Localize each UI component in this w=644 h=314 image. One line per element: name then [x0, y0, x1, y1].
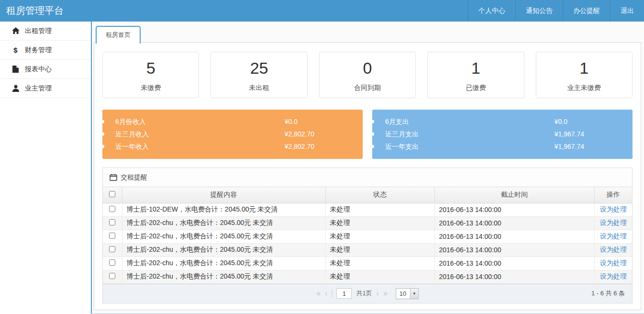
pager-controls: « ‹ 共1页 › » 10 ▼: [316, 288, 419, 299]
stat-card-paid: 1 已缴费: [427, 52, 524, 98]
bullet-dot: [371, 145, 374, 148]
tab-bar: 租房首页: [92, 22, 644, 42]
home-icon: [11, 27, 20, 34]
rent-reminder-panel: 交租提醒 提醒内容 状态 截止时间 操作: [102, 168, 633, 303]
cell-deadline: 2016-06-13 14:00:00: [434, 243, 594, 257]
set-processed-link[interactable]: 设为处理: [600, 232, 627, 240]
stat-label: 未缴费: [103, 84, 199, 92]
expense-value: ¥1,967.74: [555, 128, 584, 140]
expense-label: 近一年支出: [385, 143, 419, 150]
income-line-quarter: 近三月收入 ¥2,802.70: [102, 128, 363, 140]
row-checkbox[interactable]: [109, 233, 115, 239]
row-checkbox[interactable]: [109, 219, 115, 225]
select-all-checkbox[interactable]: [109, 191, 115, 197]
table-row: 博士后-102-DEW，水电费合计：2045.00元 未交清 未处理 2016-…: [103, 203, 632, 216]
menu-item-personal-center[interactable]: 个人中心: [468, 0, 515, 22]
stat-value: 5: [103, 58, 199, 78]
expense-line-month: 6月支出 ¥0.0: [372, 115, 633, 128]
row-checkbox[interactable]: [109, 206, 115, 212]
income-label: 6月份收入: [115, 118, 146, 125]
income-value: ¥0.0: [285, 115, 298, 128]
page-size-value: 10: [396, 289, 410, 299]
page-number-input[interactable]: [336, 288, 352, 299]
row-checkbox[interactable]: [109, 273, 115, 279]
sidebar-item-label: 报表中心: [25, 65, 52, 74]
stats-row: 5 未缴费 25 未出租 0 合同到期 1 已缴费: [102, 52, 633, 98]
income-value: ¥2,802.70: [285, 140, 314, 153]
set-processed-link[interactable]: 设为处理: [600, 219, 627, 226]
table-row: 博士后-202-chu，水电费合计：2045.00元 未交清 未处理 2016-…: [103, 230, 632, 243]
row-checkbox[interactable]: [109, 246, 115, 252]
cell-content: 博士后-202-chu，水电费合计：2045.00元 未交清: [122, 216, 325, 230]
cell-content: 博士后-102-DEW，水电费合计：2045.00元 未交清: [122, 203, 325, 216]
sidebar-item-label: 出租管理: [25, 27, 52, 35]
finance-row: 6月份收入 ¥0.0 近三月收入 ¥2,802.70 近一年收入 ¥2,802.…: [102, 110, 633, 159]
sidebar-item-label: 业主管理: [25, 84, 52, 93]
bullet-dot: [371, 133, 374, 136]
income-value: ¥2,802.70: [285, 128, 314, 140]
cell-status: 未处理: [325, 216, 434, 230]
calendar-icon: [110, 174, 117, 181]
user-icon: [11, 85, 20, 92]
content-panel: 5 未缴费 25 未出租 0 合同到期 1 已缴费: [94, 42, 641, 310]
app-title: 租房管理平台: [0, 0, 468, 22]
income-line-year: 近一年收入 ¥2,802.70: [102, 140, 363, 153]
column-header-status: 状态: [325, 187, 434, 203]
main-area: 租房首页 5 未缴费 25 未出租 0 合同到期: [91, 22, 644, 314]
set-processed-link[interactable]: 设为处理: [600, 272, 627, 280]
set-processed-link[interactable]: 设为处理: [600, 205, 627, 213]
cell-content: 博士后-202-chu，水电费合计：2045.00元 未交清: [122, 257, 325, 270]
cell-content: 博士后-202-chu，水电费合计：2045.00元 未交清: [122, 270, 325, 283]
sidebar-item-owner-management[interactable]: 业主管理: [0, 79, 91, 98]
table-row: 博士后-202-chu，水电费合计：2045.00元 未交清 未处理 2016-…: [103, 270, 632, 283]
cell-status: 未处理: [325, 203, 434, 216]
menu-item-office-reminders[interactable]: 办公提醒: [563, 0, 610, 22]
cell-status: 未处理: [325, 230, 434, 243]
cell-status: 未处理: [325, 270, 434, 283]
table-row: 博士后-202-chu，水电费合计：2045.00元 未交清 未处理 2016-…: [103, 216, 632, 230]
stat-label: 合同到期: [320, 84, 415, 92]
column-header-content: 提醒内容: [122, 187, 325, 203]
last-page-button[interactable]: »: [383, 290, 388, 297]
top-menu: 个人中心 通知公告 办公提醒 退出: [468, 0, 644, 22]
set-processed-link[interactable]: 设为处理: [600, 259, 627, 267]
first-page-button[interactable]: «: [316, 290, 321, 297]
panel-heading: 交租提醒: [103, 168, 632, 187]
page-size-select[interactable]: 10 ▼: [396, 288, 419, 299]
column-header-action: 操作: [594, 187, 632, 203]
stat-card-owner-unpaid: 1 业主未缴费: [536, 52, 633, 98]
income-line-month: 6月份收入 ¥0.0: [102, 115, 363, 128]
stat-value: 1: [536, 58, 632, 78]
cell-deadline: 2016-06-13 14:00:00: [434, 257, 594, 270]
menu-item-logout[interactable]: 退出: [610, 0, 644, 22]
income-label: 近一年收入: [115, 143, 149, 150]
bullet-dot: [371, 120, 374, 123]
cell-status: 未处理: [325, 257, 434, 270]
pager-separator: [332, 289, 332, 298]
expense-panel: 6月支出 ¥0.0 近三月支出 ¥1,967.74 近一年支出 ¥1,967.7…: [372, 110, 633, 159]
menu-item-notices[interactable]: 通知公告: [515, 0, 563, 22]
stat-label: 未出租: [211, 84, 307, 92]
sidebar-item-report-center[interactable]: 报表中心: [0, 60, 91, 79]
stat-card-contract-expiry: 0 合同到期: [319, 52, 416, 98]
bullet-dot: [101, 145, 104, 148]
app-header: 租房管理平台 个人中心 通知公告 办公提醒 退出: [0, 0, 644, 22]
tab-rental-home[interactable]: 租房首页: [96, 26, 141, 44]
income-label: 近三月收入: [115, 130, 149, 138]
next-page-button[interactable]: ›: [377, 290, 379, 297]
sidebar-item-finance-management[interactable]: $ 财务管理: [0, 41, 91, 60]
row-checkbox[interactable]: [109, 259, 115, 266]
expense-line-year: 近一年支出 ¥1,967.74: [372, 140, 633, 153]
stat-card-unpaid: 5 未缴费: [102, 52, 199, 98]
chevron-down-icon[interactable]: ▼: [410, 289, 418, 299]
expense-label: 6月支出: [385, 118, 409, 125]
sidebar-item-rental-management[interactable]: 出租管理: [0, 22, 91, 41]
layout: 出租管理 $ 财务管理 报表中心 业主管理 租房首页: [0, 22, 644, 314]
bullet-dot: [101, 120, 104, 123]
income-panel: 6月份收入 ¥0.0 近三月收入 ¥2,802.70 近一年收入 ¥2,802.…: [102, 110, 363, 159]
column-header-deadline: 截止时间: [434, 187, 594, 203]
set-processed-link[interactable]: 设为处理: [600, 246, 627, 253]
cell-content: 博士后-202-chu，水电费合计：2045.00元 未交清: [122, 230, 325, 243]
dollar-icon: $: [11, 46, 20, 54]
prev-page-button[interactable]: ‹: [325, 290, 327, 297]
